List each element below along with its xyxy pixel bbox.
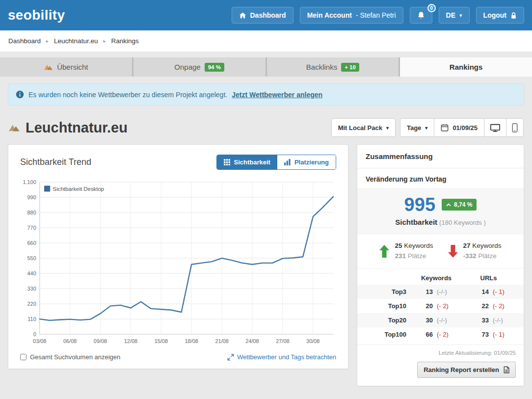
trend-card-title: Sichtbarkeit Trend: [20, 157, 91, 167]
svg-text:1.100: 1.100: [23, 179, 36, 185]
svg-text:330: 330: [27, 286, 36, 292]
keywords-value: 20: [411, 302, 433, 310]
create-competitors-link[interactable]: Jetzt Wettbewerber anlegen: [232, 91, 322, 99]
chevron-down-icon: ▾: [386, 125, 389, 131]
summary-card: Zusammenfassung Veränderung zum Vortag 9…: [357, 144, 524, 386]
table-row-top100: Top100 66 (- 2) 73 (- 1): [357, 327, 524, 342]
up-places-word: Plätze: [408, 252, 426, 260]
keywords-column-header: Keywords: [411, 274, 461, 282]
local-pack-dropdown[interactable]: Mit Local Pack ▾: [331, 118, 396, 137]
header-actions: Dashboard Mein Account - Stefan Petri 0 …: [232, 7, 525, 24]
svg-text:09/08: 09/08: [94, 338, 107, 344]
logout-button[interactable]: Logout: [476, 7, 524, 24]
grid-icon: [224, 159, 230, 165]
chart-area: 03/0806/0809/0812/0815/0818/0821/0824/08…: [20, 176, 336, 348]
period-date-device-group: Tage ▾ 01/09/25: [400, 118, 524, 137]
table-row-top20: Top20 30 (-/-) 33 (-/-): [357, 313, 524, 327]
account-button[interactable]: Mein Account - Stefan Petri: [300, 7, 403, 24]
keywords-change: (-/-): [433, 288, 461, 295]
tab-label: Backlinks: [306, 63, 337, 71]
page-title: Leuchtnatur.eu: [26, 120, 128, 136]
breadcrumb-dashboard[interactable]: Dashboard: [8, 37, 41, 45]
page-title-row: Leuchtnatur.eu Mit Local Pack ▾ Tage ▾ 0…: [8, 118, 524, 137]
logo[interactable]: seobility: [8, 7, 65, 23]
mountains-icon: [44, 64, 53, 71]
trend-chart: 03/0806/0809/0812/0815/0818/0821/0824/08…: [20, 176, 336, 348]
keywords-count-label: (180 Keywords ): [439, 219, 486, 226]
urls-change: (- 1): [489, 331, 516, 338]
dashboard-label: Dashboard: [250, 11, 286, 19]
competitors-info-alert: Es wurden noch keine Wettbewerber zu die…: [8, 83, 524, 106]
lock-icon: [510, 12, 517, 19]
tab-label: Übersicht: [57, 63, 88, 71]
visibility-toggle-button[interactable]: Sichtbarkeit: [217, 155, 277, 169]
keywords-value: 30: [411, 317, 433, 324]
onpage-score-badge: 94 %: [205, 63, 224, 72]
up-places-count: 231: [395, 252, 406, 260]
svg-text:18/08: 18/08: [185, 338, 198, 344]
main-content: Sichtbarkeit Trend Sichtbarkeit Platzier…: [8, 144, 524, 386]
notification-count-badge: 0: [427, 4, 436, 12]
svg-text:660: 660: [27, 240, 36, 246]
expand-arrows-icon: [227, 354, 234, 361]
competitors-tags-label: Wettbewerber und Tags betrachten: [237, 353, 336, 361]
svg-text:12/08: 12/08: [124, 338, 137, 344]
table-header-row: Keywords URLs: [357, 271, 524, 285]
date-picker-button[interactable]: 01/09/25: [434, 118, 484, 137]
bar-chart-icon: [284, 159, 291, 165]
tab-onpage[interactable]: Onpage 94 %: [133, 57, 266, 77]
placement-toggle-button[interactable]: Platzierung: [277, 155, 336, 169]
total-search-volume-checkbox[interactable]: [20, 354, 27, 360]
tab-strip: Übersicht Onpage 94 % Backlinks + 10 Ran…: [0, 57, 532, 77]
competitors-tags-link[interactable]: Wettbewerber und Tags betrachten: [227, 353, 336, 361]
breadcrumb-project[interactable]: Leuchtnatur.eu: [54, 37, 98, 45]
local-pack-label: Mit Local Pack: [338, 124, 382, 132]
selected-date: 01/09/25: [452, 124, 478, 132]
alert-text: Es wurden noch keine Wettbewerber zu die…: [28, 91, 227, 99]
language-dropdown[interactable]: DE ▾: [439, 7, 470, 24]
desktop-view-button[interactable]: [484, 118, 506, 137]
urls-value: 14: [461, 288, 489, 295]
visibility-value: 995: [404, 195, 435, 214]
down-places-count: -332: [463, 252, 477, 260]
calendar-icon: [441, 124, 449, 132]
svg-text:27/08: 27/08: [276, 338, 289, 344]
caret-up-icon: [446, 203, 451, 207]
tab-label: Rankings: [450, 63, 483, 71]
info-icon: [16, 90, 24, 99]
breadcrumb-rankings[interactable]: Rankings: [111, 37, 138, 45]
trend-card-header: Sichtbarkeit Trend Sichtbarkeit Platzier…: [20, 155, 336, 170]
keyword-changes-row: 25 Keywords 231 Plätze 27 Keywords -332 …: [357, 234, 524, 268]
tab-uebersicht[interactable]: Übersicht: [0, 57, 132, 77]
tab-rankings[interactable]: Rankings: [400, 57, 532, 77]
row-label: Top10: [365, 302, 411, 310]
mobile-view-button[interactable]: [506, 118, 524, 137]
ranking-report-button[interactable]: Ranking Report erstellen: [417, 362, 516, 378]
row-label: Top3: [365, 288, 411, 295]
table-row-top10: Top10 20 (- 2) 22 (- 2): [357, 299, 524, 313]
breadcrumb: Dashboard ▸ Leuchtnatur.eu ▸ Rankings: [0, 30, 532, 52]
period-label: Tage: [407, 124, 421, 132]
home-icon: [239, 12, 246, 19]
desktop-icon: [490, 123, 501, 133]
svg-text:770: 770: [27, 225, 36, 231]
table-row-top3: Top3 13 (-/-) 14 (- 1): [357, 285, 524, 299]
report-button-row: Ranking Report erstellen: [357, 357, 524, 386]
notifications-button[interactable]: 0: [410, 7, 432, 24]
chevron-down-icon: ▾: [425, 125, 427, 131]
summary-subtitle: Veränderung zum Vortag: [357, 168, 524, 188]
bell-icon: [417, 11, 425, 20]
row-label: Top20: [365, 317, 411, 324]
arrow-down-icon: [448, 245, 458, 258]
period-dropdown[interactable]: Tage ▾: [400, 118, 434, 137]
mobile-icon: [512, 123, 518, 133]
language-label: DE: [446, 11, 455, 19]
down-keywords-count: 27: [463, 242, 471, 249]
svg-text:24/08: 24/08: [245, 338, 259, 344]
dashboard-button[interactable]: Dashboard: [232, 7, 293, 24]
tab-backlinks[interactable]: Backlinks + 10: [267, 57, 399, 77]
urls-change: (- 2): [489, 302, 516, 310]
keywords-value: 13: [411, 288, 433, 295]
down-keywords-word: Keywords: [472, 242, 501, 249]
keywords-value: 66: [411, 331, 433, 338]
